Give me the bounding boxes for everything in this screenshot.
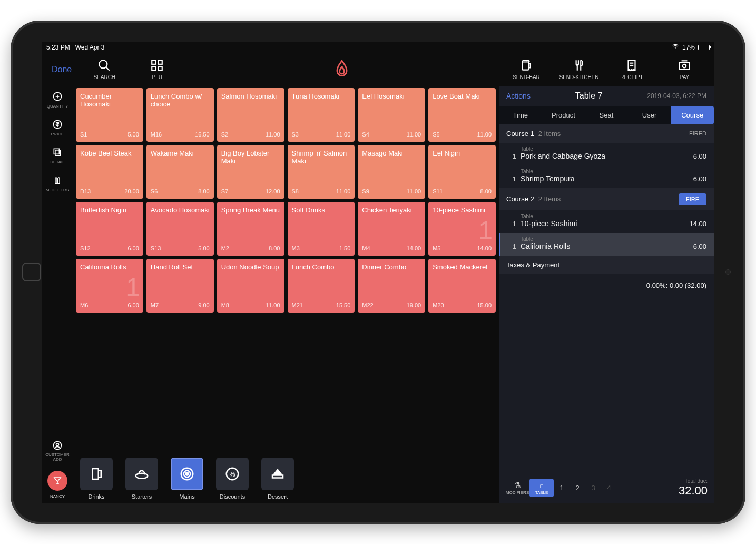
receipt-label: RECEIPT — [620, 74, 643, 80]
category-starters[interactable]: Starters — [121, 458, 162, 500]
tab-time[interactable]: Time — [499, 106, 542, 124]
course-header[interactable]: Course 2 2 Items FIRE — [499, 188, 714, 210]
svg-point-0 — [675, 48, 675, 48]
home-button[interactable] — [22, 263, 41, 281]
product-code: M3 — [292, 245, 300, 252]
line-qty: 1 — [508, 220, 521, 228]
done-button[interactable]: Done — [45, 65, 78, 74]
product-tile[interactable]: Eel Hosomaki S411.00 — [358, 88, 425, 142]
fire-button[interactable]: FIRE — [679, 193, 706, 205]
category-drinks[interactable]: Drinks — [76, 458, 117, 500]
line-price: 6.00 — [693, 242, 706, 250]
course-status: FIRED — [689, 130, 706, 137]
order-line[interactable]: 1 TableCalifornia Rolls 6.00 — [499, 233, 714, 256]
product-tile[interactable]: Chicken Teriyaki M414.00 — [358, 202, 425, 256]
grid-icon — [131, 59, 183, 73]
status-time: 5:23 PM — [46, 44, 70, 51]
price-button[interactable]: PRICE — [42, 114, 73, 142]
tab-product[interactable]: Product — [542, 106, 585, 124]
camera — [725, 269, 731, 275]
product-name: Kobe Beef Steak — [80, 149, 139, 158]
product-tile[interactable]: Hand Roll Set M79.00 — [146, 259, 214, 313]
actions-button[interactable]: Actions — [506, 92, 531, 100]
product-tile[interactable]: Lunch Combo w/ choice M1616.50 — [146, 88, 214, 142]
order-line[interactable]: 1 TablePork and Cabbage Gyoza 6.00 — [499, 143, 714, 166]
tab-seat[interactable]: Seat — [585, 106, 628, 124]
product-tile[interactable]: Masago Maki S911.00 — [358, 145, 425, 199]
quantity-button[interactable]: QUANTITY — [42, 86, 73, 114]
product-tile[interactable]: Tuna Hosomaki S311.00 — [288, 88, 355, 142]
category-discounts[interactable]: %Discounts — [212, 458, 253, 500]
course-header[interactable]: Course 1 2 Items FIRED — [499, 124, 714, 143]
salt-pepper-icon: ⚗ — [505, 481, 529, 489]
category-label: Dessert — [257, 493, 298, 500]
product-price: 11.00 — [477, 131, 492, 138]
product-tile[interactable]: Udon Noodle Soup M811.00 — [217, 259, 284, 313]
product-tile[interactable]: Wakame Maki S68.00 — [146, 145, 214, 199]
order-line[interactable]: 1 Table10-piece Sashimi 14.00 — [499, 210, 714, 233]
order-line[interactable]: 1 TableShrimp Tempura 6.00 — [499, 166, 714, 188]
product-code: S3 — [292, 131, 299, 138]
product-tile[interactable]: Spring Break Menu M28.00 — [217, 202, 284, 256]
modifiers-button[interactable]: MODIFIERS — [42, 170, 73, 198]
seat-4[interactable]: 4 — [601, 484, 617, 492]
product-tile[interactable]: 10-piece Sashimi 1 M514.00 — [428, 202, 496, 256]
product-tile[interactable]: Avocado Hosomaki S135.00 — [146, 202, 214, 256]
product-tile[interactable]: Dinner Combo M2219.00 — [358, 259, 425, 313]
seat-3[interactable]: 3 — [585, 484, 601, 492]
product-code: S12 — [80, 245, 91, 252]
product-tile[interactable]: Kobe Beef Steak D1320.00 — [76, 145, 143, 199]
product-tile[interactable]: Cucumber Hosomaki S15.00 — [76, 88, 143, 142]
product-price: 19.00 — [407, 302, 421, 309]
cash-icon — [658, 59, 711, 73]
category-dessert[interactable]: Dessert — [257, 458, 298, 500]
pay-button[interactable]: PAY — [658, 59, 711, 80]
product-tile[interactable]: Shrimp 'n' Salmon Maki S811.00 — [288, 145, 355, 199]
user-avatar[interactable] — [47, 471, 67, 491]
footer-table-button[interactable]: ⑁ TABLE — [529, 479, 554, 497]
category-icon — [125, 458, 158, 490]
product-code: M20 — [433, 302, 444, 309]
category-row: DrinksStartersMains%DiscountsDessert — [76, 453, 496, 500]
product-tile[interactable]: Butterfish Nigiri S126.00 — [76, 202, 143, 256]
product-code: M22 — [362, 302, 373, 309]
product-tile[interactable]: Salmon Hosomaki S211.00 — [217, 88, 284, 142]
product-tile[interactable]: Soft Drinks M31.50 — [288, 202, 355, 256]
user-name: NANCY — [42, 494, 73, 503]
product-name: Shrimp 'n' Salmon Maki — [292, 149, 351, 166]
receipt-button[interactable]: RECEIPT — [605, 59, 658, 80]
detail-button[interactable]: DETAIL — [42, 142, 73, 170]
tab-course[interactable]: Course — [671, 106, 714, 124]
product-tile[interactable]: Smoked Mackerel M2015.00 — [428, 259, 496, 313]
send-bar-button[interactable]: SEND-BAR — [500, 59, 553, 80]
svg-rect-29 — [272, 475, 283, 478]
tab-user[interactable]: User — [628, 106, 671, 124]
tax-line: 0.00%: 0.00 (32.00) — [499, 274, 714, 297]
battery-icon — [698, 45, 710, 50]
category-icon: % — [216, 458, 249, 490]
product-tile[interactable]: Love Boat Maki S511.00 — [428, 88, 496, 142]
status-date: Wed Apr 3 — [75, 44, 105, 51]
plu-button[interactable]: PLU — [131, 59, 183, 80]
product-code: S4 — [362, 131, 369, 138]
seat-2[interactable]: 2 — [570, 484, 585, 492]
product-tile[interactable]: Eel Nigiri S118.00 — [428, 145, 496, 199]
category-mains[interactable]: Mains — [166, 458, 208, 500]
product-name: Love Boat Maki — [433, 92, 492, 101]
product-tile[interactable]: Lunch Combo M2115.50 — [288, 259, 355, 313]
product-code: S5 — [433, 131, 439, 138]
footer-modifiers-button[interactable]: ⚗ MODIFIERS — [505, 479, 529, 497]
user-circle-icon — [42, 440, 73, 452]
search-button[interactable]: SEARCH — [78, 59, 131, 80]
product-tile[interactable]: Big Boy Lobster Maki S712.00 — [217, 145, 284, 199]
total-due: Total due: 32.00 — [679, 478, 708, 498]
product-price: 8.00 — [480, 188, 492, 195]
taxes-header[interactable]: Taxes & Payment — [499, 256, 714, 274]
customer-add-button[interactable]: CUSTOMER ADD — [42, 435, 73, 468]
product-tile[interactable]: California Rolls 1 M66.00 — [76, 259, 143, 313]
product-price: 15.00 — [477, 302, 492, 309]
send-kitchen-button[interactable]: SEND-KITCHEN — [553, 59, 605, 80]
product-code: M16 — [151, 131, 162, 138]
total-value: 32.00 — [679, 484, 708, 498]
seat-1[interactable]: 1 — [554, 484, 570, 492]
